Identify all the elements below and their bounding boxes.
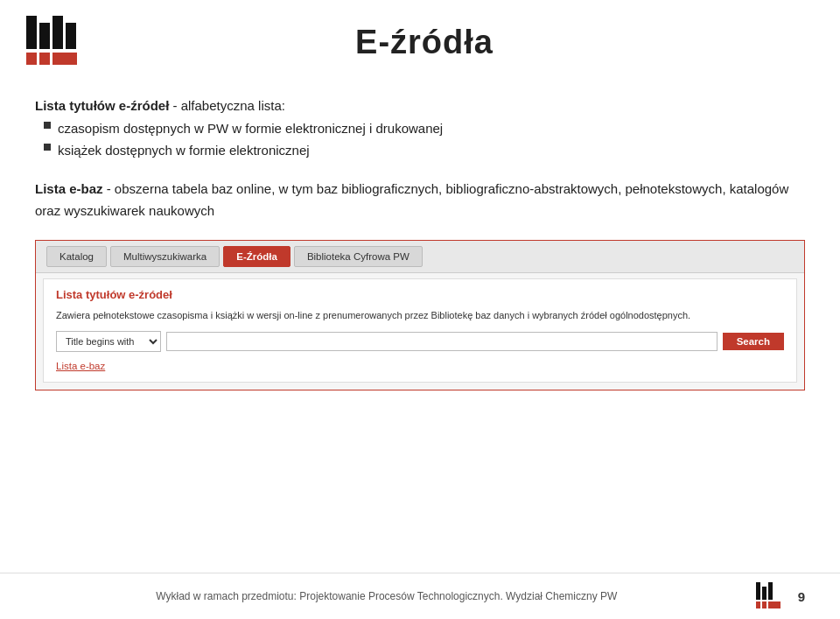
svg-rect-9 — [768, 582, 773, 600]
logo — [26, 16, 105, 68]
page-title: E-źródła — [122, 24, 805, 61]
ui-description: Zawiera pełnotekstowe czasopisma i książ… — [56, 308, 784, 323]
svg-rect-2 — [52, 16, 63, 49]
svg-rect-12 — [768, 601, 780, 608]
page-number: 9 — [798, 589, 805, 604]
intro-section: Lista tytułów e-źródeł - alfabetyczna li… — [35, 95, 805, 222]
bullet-icon-1 — [44, 122, 51, 129]
svg-rect-6 — [52, 53, 77, 65]
svg-rect-1 — [39, 23, 50, 49]
lista-ebaz-rest: - obszerna tabela baz online, w tym baz … — [35, 181, 788, 219]
footer-logo: 9 — [756, 582, 805, 610]
nav-tabs-bar: Katalog Multiwyszukiwarka E-Źródła Bibli… — [36, 241, 804, 273]
lista-tytulów-label: Lista tytułów e-źródeł — [35, 98, 169, 113]
bullet-text-1: czasopism dostępnych w PW w formie elekt… — [58, 117, 443, 140]
footer: Wykład w ramach przedmiotu: Projektowani… — [0, 573, 840, 619]
svg-rect-10 — [756, 601, 760, 608]
svg-rect-4 — [26, 53, 37, 65]
lista-tytulów-rest: - alfabetyczna lista: — [169, 98, 285, 113]
search-button[interactable]: Search — [723, 333, 784, 350]
tab-biblioteka[interactable]: Biblioteka Cyfrowa PW — [294, 246, 423, 267]
footer-logo-icon — [756, 582, 780, 610]
svg-rect-8 — [762, 587, 766, 600]
lista-ebaz-link[interactable]: Lista e-baz — [56, 361, 784, 371]
tab-multiwyszukiwarka[interactable]: Multiwyszukiwarka — [110, 246, 220, 267]
svg-rect-3 — [66, 23, 76, 49]
bullet-text-2: książek dostępnych w formie elektroniczn… — [58, 139, 310, 162]
ui-section-title: Lista tytułów e-źródeł — [56, 288, 784, 301]
search-input[interactable] — [166, 332, 718, 351]
main-content: Lista tytułów e-źródeł - alfabetyczna li… — [0, 77, 840, 408]
header: E-źródła — [0, 0, 840, 77]
tab-ezrodla[interactable]: E-Źródła — [223, 246, 290, 267]
footer-bars-icon — [756, 582, 780, 610]
svg-rect-5 — [39, 53, 50, 65]
ui-widget-box: Katalog Multiwyszukiwarka E-Źródła Bibli… — [35, 240, 805, 391]
lista-ebaz-label: Lista e-baz — [35, 181, 103, 196]
bullet-icon-2 — [44, 144, 51, 151]
search-row: Title begins with Search — [56, 331, 784, 352]
svg-rect-0 — [26, 16, 37, 49]
ui-inner-panel: Lista tytułów e-źródeł Zawiera pełnoteks… — [43, 278, 797, 383]
svg-rect-11 — [762, 601, 766, 608]
footer-text: Wykład w ramach przedmiotu: Projektowani… — [35, 590, 738, 602]
pw-logo-icon — [26, 16, 105, 68]
tab-katalog[interactable]: Katalog — [46, 246, 107, 267]
svg-rect-7 — [756, 582, 760, 600]
title-begins-select[interactable]: Title begins with — [56, 331, 161, 352]
